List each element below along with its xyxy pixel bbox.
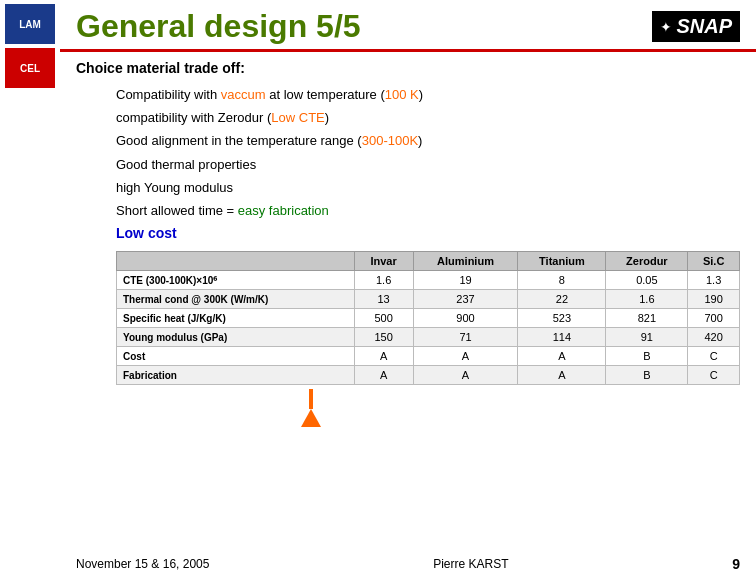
table-cell-property: Thermal cond @ 300K (W/m/K) xyxy=(117,290,355,309)
arrow-indicator xyxy=(301,389,321,427)
table-cell-property: Fabrication xyxy=(117,366,355,385)
table-cell-value: 71 xyxy=(413,328,518,347)
low-cte-highlight: Low CTE xyxy=(271,110,324,125)
table-cell-property: Cost xyxy=(117,347,355,366)
low-cost-text: Low cost xyxy=(116,225,740,241)
table-row: Thermal cond @ 300K (W/m/K)13237221.6190 xyxy=(117,290,740,309)
table-cell-value: 19 xyxy=(413,271,518,290)
table-cell-value: 821 xyxy=(606,309,688,328)
table-cell-value: 900 xyxy=(413,309,518,328)
table-cell-value: C xyxy=(688,366,740,385)
table-cell-value: B xyxy=(606,366,688,385)
header: General design 5/5 ✦ SNAP xyxy=(60,0,756,52)
table-cell-value: 1.6 xyxy=(606,290,688,309)
table-row: CTE (300-100K)×10⁶1.61980.051.3 xyxy=(117,271,740,290)
table-cell-value: 8 xyxy=(518,271,606,290)
col-header-titanium: Titanium xyxy=(518,252,606,271)
col-header-invar: Invar xyxy=(354,252,413,271)
footer: November 15 & 16, 2005 Pierre KARST 9 xyxy=(60,552,756,576)
table-cell-property: CTE (300-100K)×10⁶ xyxy=(117,271,355,290)
table-cell-value: 1.6 xyxy=(354,271,413,290)
table-cell-value: 91 xyxy=(606,328,688,347)
table-cell-value: 13 xyxy=(354,290,413,309)
left-sidebar: LAM CEL xyxy=(0,0,60,576)
table-cell-value: A xyxy=(354,366,413,385)
bullet-6: Short allowed time = easy fabrication xyxy=(116,202,740,220)
bullet-1: Compatibility with vaccum at low tempera… xyxy=(116,86,740,104)
page-title: General design 5/5 xyxy=(76,8,361,45)
table-cell-value: 150 xyxy=(354,328,413,347)
col-header-property xyxy=(117,252,355,271)
logo-lam: LAM xyxy=(5,4,55,44)
100k-highlight: 100 K xyxy=(385,87,419,102)
table-cell-value: 0.05 xyxy=(606,271,688,290)
arrow-shaft xyxy=(309,389,313,409)
table-row: CostAAABC xyxy=(117,347,740,366)
logo-cel: CEL xyxy=(5,48,55,88)
bullets-container: Compatibility with vaccum at low tempera… xyxy=(116,86,740,427)
table-cell-value: A xyxy=(518,366,606,385)
table-row: FabricationAAABC xyxy=(117,366,740,385)
snap-star-icon: ✦ xyxy=(660,19,672,35)
material-table: Invar Aluminium Titanium Zerodur Si.C CT… xyxy=(116,251,740,385)
table-cell-value: 114 xyxy=(518,328,606,347)
table-cell-value: B xyxy=(606,347,688,366)
table-row: Specific heat (J/Kg/K)500900523821700 xyxy=(117,309,740,328)
temp-range-highlight: 300-100K xyxy=(362,133,418,148)
col-header-zerodur: Zerodur xyxy=(606,252,688,271)
table-cell-value: A xyxy=(354,347,413,366)
table-cell-value: 700 xyxy=(688,309,740,328)
bullet-5: high Young modulus xyxy=(116,179,740,197)
table-cell-property: Specific heat (J/Kg/K) xyxy=(117,309,355,328)
section-title: Choice material trade off: xyxy=(76,60,740,76)
col-header-sic: Si.C xyxy=(688,252,740,271)
snap-logo-text: SNAP xyxy=(676,15,732,38)
table-cell-value: 190 xyxy=(688,290,740,309)
arrow-container xyxy=(301,389,740,427)
snap-logo: ✦ SNAP xyxy=(652,11,740,42)
table-cell-value: A xyxy=(413,347,518,366)
easy-fabrication-highlight: easy fabrication xyxy=(238,203,329,218)
table-cell-value: 420 xyxy=(688,328,740,347)
table-cell-value: A xyxy=(518,347,606,366)
table-cell-value: 237 xyxy=(413,290,518,309)
main-content: Choice material trade off: Compatibility… xyxy=(60,60,756,435)
table-cell-value: 1.3 xyxy=(688,271,740,290)
footer-date: November 15 & 16, 2005 xyxy=(76,557,209,571)
bullet-4: Good thermal properties xyxy=(116,156,740,174)
footer-page: 9 xyxy=(732,556,740,572)
col-header-aluminium: Aluminium xyxy=(413,252,518,271)
vaccum-highlight: vaccum xyxy=(221,87,266,102)
table-cell-value: A xyxy=(413,366,518,385)
table-cell-property: Young modulus (GPa) xyxy=(117,328,355,347)
bullet-3: Good alignment in the temperature range … xyxy=(116,132,740,150)
table-cell-value: 500 xyxy=(354,309,413,328)
bullet-2: compatibility with Zerodur (Low CTE) xyxy=(116,109,740,127)
table-cell-value: C xyxy=(688,347,740,366)
arrow-head xyxy=(301,409,321,427)
footer-presenter: Pierre KARST xyxy=(433,557,508,571)
table-cell-value: 22 xyxy=(518,290,606,309)
table-row: Young modulus (GPa)1507111491420 xyxy=(117,328,740,347)
table-cell-value: 523 xyxy=(518,309,606,328)
